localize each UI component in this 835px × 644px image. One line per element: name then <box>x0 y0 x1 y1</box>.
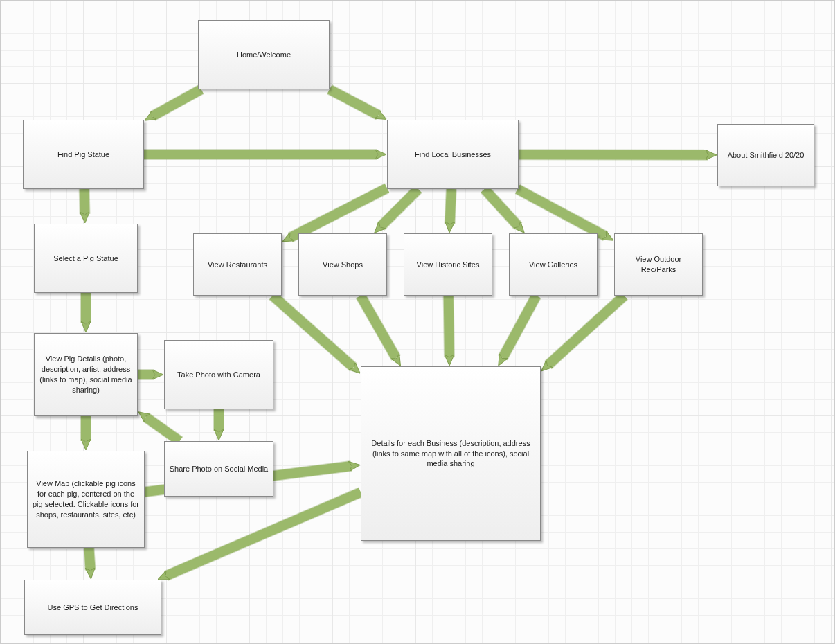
arrow-vShops-bizDetails <box>361 296 396 358</box>
node-label: Details for each Business (description, … <box>366 438 536 469</box>
node-label: Select a Pig Statue <box>53 253 118 264</box>
arrow-findBiz-about <box>519 154 708 155</box>
node-bizDetails[interactable]: Details for each Business (description, … <box>361 366 541 541</box>
node-label: View Pig Details (photo, description, ar… <box>39 354 133 395</box>
svg-line-19 <box>548 296 624 365</box>
node-label: Find Local Businesses <box>415 150 491 160</box>
node-label: About Smithfield 20/20 <box>728 150 805 161</box>
node-label: Take Photo with Camera <box>177 370 260 380</box>
node-findBiz[interactable]: Find Local Businesses <box>387 120 519 189</box>
svg-line-6 <box>450 189 451 224</box>
svg-line-3 <box>519 154 708 155</box>
node-gps[interactable]: Use GPS to Get Directions <box>24 580 161 635</box>
node-label: View Historic Sites <box>417 260 480 270</box>
node-label: View Restaurants <box>208 260 267 270</box>
arrow-findBiz-vRec <box>517 189 605 236</box>
svg-line-9 <box>84 189 85 214</box>
svg-line-16 <box>361 296 396 358</box>
arrow-vRest-bizDetails <box>273 296 354 367</box>
node-sharePhoto[interactable]: Share Photo on Social Media <box>164 441 273 497</box>
node-vRest[interactable]: View Restaurants <box>193 233 282 296</box>
svg-line-15 <box>273 296 354 367</box>
arrow-viewMap-gps <box>89 548 90 570</box>
svg-line-13 <box>145 417 179 441</box>
node-pigDetails[interactable]: View Pig Details (photo, description, ar… <box>34 333 138 416</box>
node-findPig[interactable]: Find Pig Statue <box>23 120 144 189</box>
node-vHist[interactable]: View Historic Sites <box>404 233 492 296</box>
node-about[interactable]: About Smithfield 20/20 <box>717 124 814 186</box>
arrow-findBiz-vShops <box>381 189 418 226</box>
svg-line-7 <box>485 189 519 226</box>
arrow-home-findBiz <box>330 89 379 115</box>
arrow-findPig-selectPig <box>84 189 85 214</box>
arrow-findBiz-vRest <box>290 188 387 238</box>
node-label: View Shops <box>323 260 363 270</box>
diagram-canvas: Home/WelcomeFind Pig StatueFind Local Bu… <box>0 0 835 644</box>
svg-line-17 <box>449 296 449 357</box>
node-viewMap[interactable]: View Map (clickable pig icons for each p… <box>27 451 145 548</box>
node-vShops[interactable]: View Shops <box>298 233 387 296</box>
arrow-sharePhoto-pigDetails <box>145 417 179 441</box>
svg-line-21 <box>89 548 90 570</box>
arrow-vHist-bizDetails <box>449 296 449 357</box>
node-takePhoto[interactable]: Take Photo with Camera <box>164 340 273 409</box>
node-vGall[interactable]: View Galleries <box>509 233 598 296</box>
arrow-findBiz-vHist <box>450 189 451 224</box>
svg-line-22 <box>166 492 361 576</box>
svg-line-1 <box>330 89 379 115</box>
svg-line-5 <box>381 189 418 226</box>
node-home[interactable]: Home/Welcome <box>198 20 330 89</box>
node-label: View Map (clickable pig icons for each p… <box>32 478 140 519</box>
node-label: Use GPS to Get Directions <box>48 602 138 613</box>
svg-line-4 <box>290 188 387 238</box>
arrow-home-findPig <box>152 89 201 116</box>
node-label: View Galleries <box>529 260 577 270</box>
arrow-bizDetails-gps <box>166 492 361 576</box>
svg-line-18 <box>503 296 537 358</box>
svg-line-0 <box>152 89 201 116</box>
node-label: Share Photo on Social Media <box>170 464 268 474</box>
node-vRec[interactable]: View Outdoor Rec/Parks <box>614 233 703 296</box>
svg-line-8 <box>517 189 605 236</box>
node-label: View Outdoor Rec/Parks <box>619 254 698 275</box>
arrow-vRec-bizDetails <box>548 296 624 365</box>
node-label: Home/Welcome <box>237 50 291 60</box>
node-label: Find Pig Statue <box>57 150 109 160</box>
arrow-findBiz-vGall <box>485 189 519 226</box>
node-selectPig[interactable]: Select a Pig Statue <box>34 224 138 293</box>
arrow-vGall-bizDetails <box>503 296 537 358</box>
